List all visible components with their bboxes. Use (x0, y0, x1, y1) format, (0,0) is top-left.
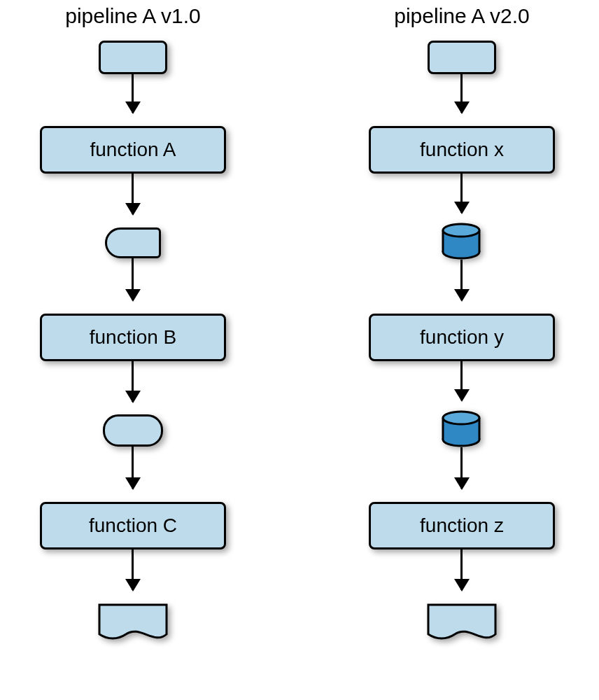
pipeline-left-title: pipeline A v1.0 (45, 4, 220, 28)
arrow-icon (460, 174, 463, 213)
pipeline-right-function-z: function z (369, 502, 555, 550)
arrow-icon (132, 74, 134, 113)
arrow-icon (132, 550, 134, 590)
document-icon (427, 603, 497, 644)
pipeline-right-function-y: function y (369, 314, 555, 361)
svg-point-9 (443, 412, 479, 424)
function-label: function B (90, 326, 177, 349)
arrow-icon (132, 361, 134, 402)
function-label: function z (420, 514, 504, 537)
pipeline-left-intermediate-2 (103, 414, 163, 447)
document-icon (98, 603, 168, 644)
pipeline-left-function-b: function B (40, 314, 226, 361)
arrow-icon (132, 258, 134, 300)
function-label: function x (420, 139, 504, 161)
arrow-icon (460, 361, 463, 400)
pipeline-left-function-c: function C (40, 502, 226, 550)
svg-point-4 (443, 224, 479, 237)
pipeline-left-function-a: function A (40, 126, 226, 174)
pipeline-right-start-node (428, 41, 496, 74)
pipeline-right-function-x: function x (369, 126, 555, 174)
arrow-icon (132, 174, 134, 214)
arrow-icon (460, 550, 463, 590)
pipeline-left-start-node (99, 41, 167, 74)
diagram-canvas: pipeline A v1.0 function A function B fu… (0, 0, 599, 700)
arrow-icon (132, 447, 134, 489)
function-label: function y (420, 326, 504, 349)
arrow-icon (460, 260, 463, 300)
pipeline-left-intermediate-1 (105, 227, 161, 258)
database-icon (441, 223, 481, 260)
function-label: function C (89, 514, 177, 537)
arrow-icon (460, 74, 463, 113)
arrow-icon (460, 447, 463, 489)
function-label: function A (90, 139, 176, 161)
pipeline-right-title: pipeline A v2.0 (374, 4, 549, 28)
database-icon (441, 410, 481, 448)
